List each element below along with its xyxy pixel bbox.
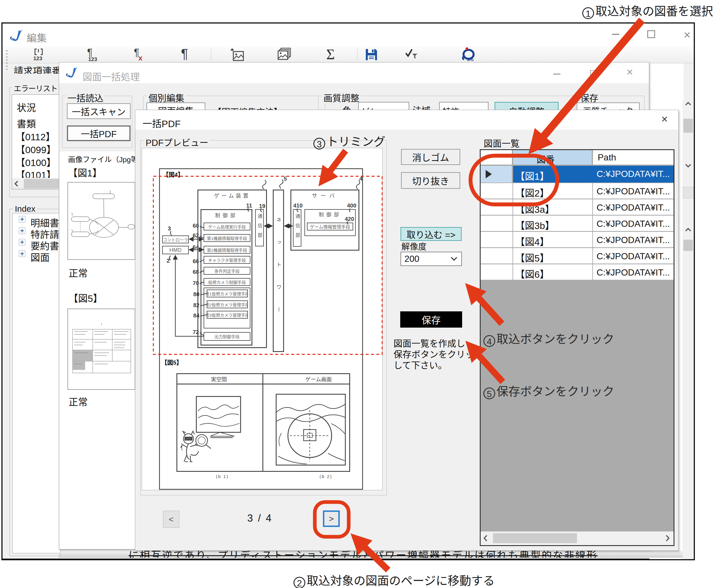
svg-text:x: x (138, 54, 143, 62)
svg-text:JPG: JPG (467, 58, 474, 62)
svg-text:123: 123 (33, 56, 42, 61)
svg-text:123: 123 (88, 56, 97, 62)
svg-text:Σ: Σ (326, 47, 335, 62)
svg-text:¶: ¶ (181, 47, 188, 61)
